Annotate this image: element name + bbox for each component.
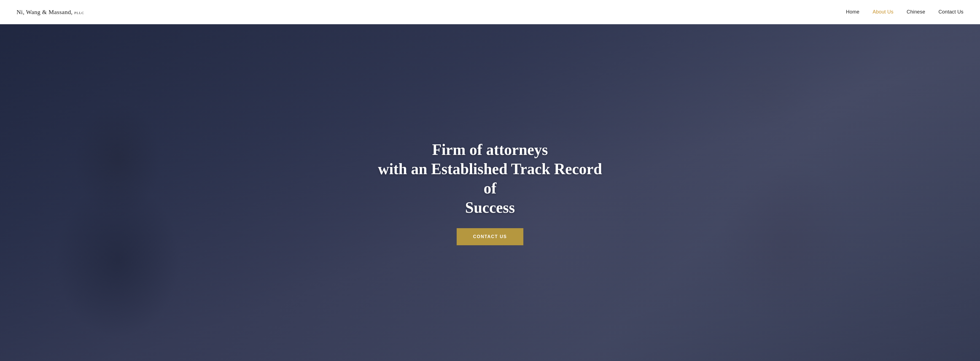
hero-title-line3: Success [465,199,515,216]
site-logo: Ni, Wang & Massand, PLLC [16,8,84,16]
nav-chinese[interactable]: Chinese [907,9,925,15]
nav-contact[interactable]: Contact Us [939,9,964,15]
nav-about[interactable]: About Us [872,9,893,15]
nav-home[interactable]: Home [846,9,859,15]
logo-name: Ni, Wang & Massand, [16,8,73,16]
hero-section: Firm of attorneys with an Established Tr… [0,24,980,361]
contact-us-button[interactable]: CONTACT US [457,228,523,245]
hero-title-line2: with an Established Track Record of [378,161,602,197]
hero-title-line1: Firm of attorneys [432,141,548,158]
logo-suffix: PLLC [75,11,84,15]
main-nav: Home About Us Chinese Contact Us [846,9,964,15]
site-header: Ni, Wang & Massand, PLLC Home About Us C… [0,0,980,24]
hero-content: Firm of attorneys with an Established Tr… [366,140,614,245]
hero-title: Firm of attorneys with an Established Tr… [377,140,603,217]
